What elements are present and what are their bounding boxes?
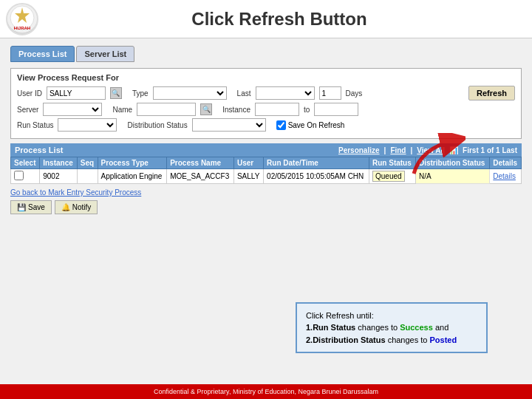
cell-instance: 9002	[40, 169, 78, 184]
type-select[interactable]	[153, 86, 227, 100]
cell-process-name: MOE_SA_ACCF3	[167, 169, 234, 184]
form-row-1: User ID 🔍 Type Last Days Refresh	[17, 86, 515, 100]
server-select[interactable]	[43, 103, 102, 116]
callout-line1: Click Refresh until:	[306, 310, 477, 322]
row-checkbox[interactable]	[14, 171, 24, 180]
col-instance: Instance	[40, 157, 78, 169]
personalize-link[interactable]: Personalize	[338, 146, 380, 154]
save-label: Save	[28, 203, 45, 211]
col-select: Select	[11, 157, 40, 169]
col-process-name: Process Name	[167, 157, 234, 169]
back-link[interactable]: Go back to Mark Entry Security Process	[10, 188, 141, 197]
callout-line2: 1.Run Status changes to Success and	[306, 321, 477, 334]
cell-select	[11, 169, 40, 184]
to-label: to	[304, 106, 310, 114]
callout-and-text: and	[435, 323, 449, 332]
find-link[interactable]: Find	[390, 146, 406, 154]
main-content: Process List Server List View Process Re…	[0, 38, 532, 399]
run-status-select[interactable]	[58, 118, 117, 132]
tab-server-list[interactable]: Server List	[76, 46, 134, 62]
form-row-3: Run Status Distribution Status Save On R…	[17, 118, 515, 132]
save-icon: 💾	[17, 203, 26, 211]
last-label: Last	[237, 89, 251, 98]
type-label: Type	[132, 89, 149, 98]
save-on-refresh-checkbox[interactable]	[276, 120, 286, 130]
instance-from-input[interactable]	[255, 103, 299, 116]
footer-links: Go back to Mark Entry Security Process	[10, 188, 522, 197]
server-label: Server	[17, 106, 38, 114]
callout-run-status-label: 1.Run Status	[306, 323, 355, 332]
callout-changes-to-1: changes to	[358, 323, 400, 332]
user-id-label: User ID	[17, 89, 42, 98]
page-title: Click Refresh Button	[38, 9, 520, 30]
save-on-refresh-label[interactable]: Save On Refresh	[276, 120, 345, 130]
cell-seq	[77, 169, 98, 184]
callout-box: Click Refresh until: 1.Run Status change…	[296, 302, 488, 354]
last-select[interactable]	[256, 86, 315, 100]
callout-dist-status-label: 2.Distribution Status	[306, 335, 386, 344]
distribution-status-label: Distribution Status	[127, 121, 187, 129]
notify-button[interactable]: 🔔 Notify	[55, 200, 98, 214]
tab-row: Process List Server List	[10, 46, 522, 62]
cell-run-datetime: 02/05/2015 10:05:05AM CHN	[264, 169, 369, 184]
pagination-info: First 1 of 1 Last	[463, 146, 517, 154]
callout-changes-to-2: changes to	[388, 335, 430, 344]
last-value-input[interactable]	[319, 86, 341, 100]
confidential-bar: Confidential & Proprietary, Ministry of …	[0, 384, 532, 399]
callout-success-text: Success	[400, 323, 433, 332]
refresh-button[interactable]: Refresh	[468, 86, 515, 100]
run-status-label: Run Status	[17, 121, 53, 129]
form-panel: View Process Request For User ID 🔍 Type …	[10, 68, 522, 139]
cell-user: SALLY	[233, 169, 263, 184]
instance-label: Instance	[222, 106, 250, 114]
arrow-overlay	[406, 133, 466, 179]
user-id-input[interactable]	[47, 86, 106, 100]
form-panel-title: View Process Request For	[17, 73, 515, 82]
confidential-text: Confidential & Proprietary, Ministry of …	[154, 388, 378, 395]
name-input[interactable]	[137, 103, 196, 116]
name-search-icon[interactable]: 🔍	[200, 103, 212, 115]
cell-process-type: Application Engine	[98, 169, 167, 184]
col-seq: Seq	[77, 157, 98, 169]
col-process-type: Process Type	[98, 157, 167, 169]
instance-to-input[interactable]	[314, 103, 358, 116]
distribution-status-select[interactable]	[192, 118, 266, 132]
tab-process-list[interactable]: Process List	[10, 46, 75, 62]
process-list-label: Process List	[15, 146, 63, 154]
col-details: Details	[490, 157, 522, 169]
col-run-datetime: Run Date/Time	[264, 157, 369, 169]
logo-circle: HIJRAH	[6, 3, 38, 35]
form-row-2: Server Name 🔍 Instance to	[17, 103, 515, 116]
save-button[interactable]: 💾 Save	[10, 200, 52, 214]
col-user: User	[233, 157, 263, 169]
cell-details: Details	[490, 169, 522, 184]
run-status-badge: Queued	[372, 171, 405, 182]
logo-area: HIJRAH	[6, 3, 38, 35]
notify-icon: 🔔	[61, 203, 70, 211]
save-on-refresh-text: Save On Refresh	[288, 121, 345, 129]
callout-line3: 2.Distribution Status changes to Posted	[306, 334, 477, 347]
callout-posted-text: Posted	[430, 335, 457, 344]
details-link[interactable]: Details	[493, 172, 516, 180]
app-header: HIJRAH Click Refresh Button	[0, 0, 532, 38]
notify-label: Notify	[72, 203, 92, 211]
user-id-search-icon[interactable]: 🔍	[110, 87, 122, 99]
svg-text:HIJRAH: HIJRAH	[14, 26, 30, 30]
action-btns: 💾 Save 🔔 Notify	[10, 200, 522, 214]
days-label: Days	[346, 89, 363, 98]
name-label: Name	[112, 106, 132, 114]
